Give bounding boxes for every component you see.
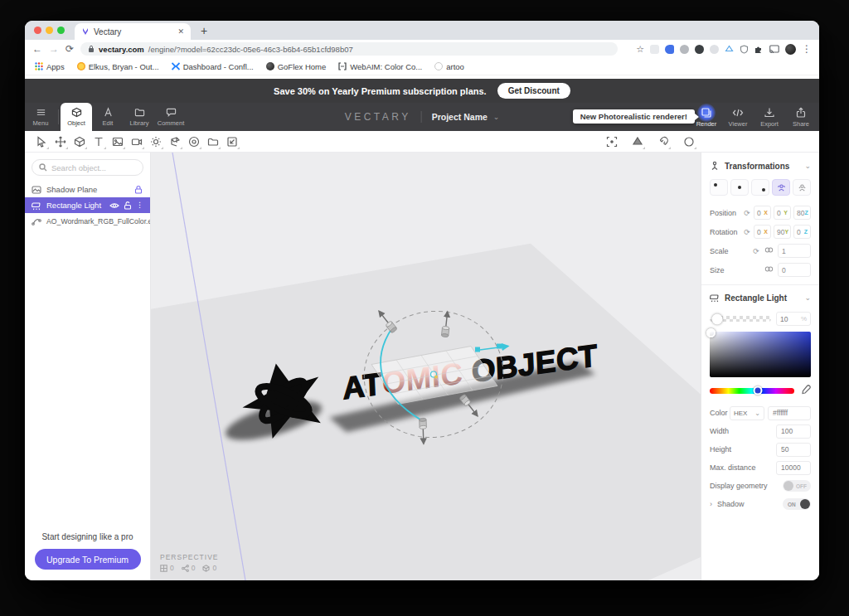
tab-comment[interactable]: Comment bbox=[155, 103, 187, 131]
pivot-top-left[interactable] bbox=[710, 179, 728, 196]
bookmark-artoo[interactable]: artoo bbox=[434, 62, 464, 71]
gizmo-cyan-handle[interactable] bbox=[497, 344, 502, 349]
url-field[interactable]: vectary.com/engine/?model=62cc23dc-05e6-… bbox=[80, 42, 618, 56]
focus-tool[interactable] bbox=[602, 133, 621, 151]
display-geometry-toggle[interactable]: OFF bbox=[783, 480, 811, 492]
position-y-field[interactable]: 0Y bbox=[774, 206, 791, 220]
hue-slider[interactable] bbox=[710, 388, 794, 394]
reload-icon[interactable]: ⟳ bbox=[65, 44, 74, 54]
light-section-header[interactable]: Rectangle Light ⌄ bbox=[710, 290, 811, 305]
gizmo-cyan-handle[interactable] bbox=[475, 347, 480, 352]
forward-icon[interactable]: → bbox=[49, 44, 59, 54]
upgrade-premium-button[interactable]: Upgrade To Premium bbox=[35, 549, 141, 570]
picker-handle[interactable] bbox=[706, 328, 716, 337]
rotation-x-field[interactable]: 0X bbox=[754, 225, 771, 239]
tab-edit[interactable]: Edit bbox=[92, 103, 124, 131]
extension-icon-2[interactable] bbox=[665, 45, 674, 54]
tab-close-icon[interactable]: ✕ bbox=[177, 28, 184, 36]
search-input[interactable] bbox=[51, 163, 136, 172]
expand-chevron-icon[interactable]: › bbox=[710, 500, 712, 508]
camera-tool[interactable] bbox=[127, 133, 146, 151]
reset-rotation-icon[interactable]: ⟳ bbox=[743, 228, 751, 236]
text-tool[interactable] bbox=[89, 133, 108, 151]
object-row-shadow-plane[interactable]: Shadow Plane bbox=[25, 182, 150, 197]
group-tool[interactable] bbox=[165, 133, 184, 151]
primitive-tool[interactable] bbox=[70, 133, 89, 151]
bookmark-goflex[interactable]: GoFlex Home bbox=[266, 62, 327, 71]
unlock-icon[interactable] bbox=[123, 201, 133, 211]
share-button[interactable]: Share bbox=[785, 103, 817, 131]
viewport-3d[interactable]: ATOMIC OBJECT bbox=[151, 153, 701, 580]
extension-icon-7[interactable] bbox=[740, 45, 749, 54]
image-tool[interactable] bbox=[108, 133, 127, 151]
browser-menu-kebab-icon[interactable]: ⋮ bbox=[802, 44, 812, 54]
extension-icon-3[interactable] bbox=[680, 45, 689, 54]
size-field[interactable]: 0 bbox=[778, 263, 811, 277]
get-discount-button[interactable]: Get Discount bbox=[497, 83, 570, 99]
back-icon[interactable]: ← bbox=[32, 44, 42, 54]
scene-canvas[interactable]: ATOMIC OBJECT bbox=[151, 153, 701, 580]
transformations-header[interactable]: Transformations ⌄ bbox=[710, 158, 811, 173]
bookmark-apps[interactable]: Apps bbox=[35, 62, 65, 71]
transform-mode-local[interactable] bbox=[772, 179, 790, 196]
collapse-chevron-icon[interactable]: ⌄ bbox=[804, 162, 811, 170]
eye-icon[interactable] bbox=[109, 201, 119, 211]
new-tab-button[interactable]: + bbox=[201, 25, 207, 36]
extension-icon-8[interactable] bbox=[754, 45, 764, 54]
extension-icon-5[interactable] bbox=[710, 45, 719, 54]
cast-icon[interactable] bbox=[769, 45, 779, 54]
browser-tab[interactable]: Vectary ✕ bbox=[75, 23, 191, 40]
pivot-bottom-right[interactable] bbox=[751, 179, 769, 196]
reset-position-icon[interactable]: ⟳ bbox=[743, 209, 751, 217]
minimize-window-button[interactable] bbox=[46, 27, 53, 34]
shading-tool[interactable] bbox=[628, 133, 647, 151]
reset-scale-icon[interactable]: ⟳ bbox=[752, 247, 760, 255]
tab-library[interactable]: Library bbox=[124, 103, 155, 131]
profile-avatar[interactable] bbox=[785, 44, 796, 55]
tab-object[interactable]: Object bbox=[61, 103, 92, 131]
row-kebab-icon[interactable]: ⋮ bbox=[136, 201, 143, 209]
extension-icon-6[interactable] bbox=[725, 45, 734, 54]
collapse-chevron-icon[interactable]: ⌄ bbox=[804, 293, 811, 302]
color-mode-select[interactable]: HEX ⌄ bbox=[730, 406, 764, 420]
link-size-icon[interactable] bbox=[764, 264, 774, 275]
bookmark-webaim[interactable]: WebAIM: Color Co... bbox=[338, 62, 422, 71]
intensity-field[interactable]: 10 % bbox=[776, 312, 811, 326]
move-tool[interactable] bbox=[51, 133, 70, 151]
zoom-window-button[interactable] bbox=[57, 27, 65, 34]
shadow-toggle[interactable]: ON bbox=[783, 498, 811, 510]
color-hex-input[interactable] bbox=[768, 406, 811, 420]
intensity-slider[interactable] bbox=[710, 316, 771, 322]
bookmark-elkus[interactable]: Elkus, Bryan - Out... bbox=[77, 62, 159, 71]
close-window-button[interactable] bbox=[34, 27, 41, 34]
position-x-field[interactable]: 0X bbox=[754, 206, 771, 220]
extension-icon-1[interactable] bbox=[650, 45, 659, 54]
snap-tool[interactable] bbox=[653, 133, 672, 151]
link-scale-icon[interactable] bbox=[764, 245, 774, 256]
extension-icon-4[interactable] bbox=[695, 45, 704, 54]
rotation-z-field[interactable]: 0Z bbox=[793, 225, 811, 239]
object-row-rectangle-light[interactable]: Rectangle Light ⋮ bbox=[25, 197, 150, 213]
import-tool[interactable] bbox=[222, 133, 241, 151]
bookmark-star-icon[interactable]: ☆ bbox=[636, 45, 644, 54]
position-z-field[interactable]: 80Z bbox=[793, 206, 811, 220]
height-input[interactable] bbox=[776, 443, 811, 457]
lock-icon[interactable] bbox=[133, 185, 143, 195]
slider-knob[interactable] bbox=[711, 313, 722, 324]
max-distance-input[interactable] bbox=[776, 461, 811, 475]
menu-button[interactable]: Menu bbox=[25, 103, 56, 131]
material-tool[interactable] bbox=[184, 133, 203, 151]
folder-tool[interactable] bbox=[203, 133, 222, 151]
bookmark-dashboard[interactable]: Dashboard - Confl... bbox=[172, 62, 254, 71]
pivot-center[interactable] bbox=[730, 179, 749, 196]
rotation-y-field[interactable]: 90Y bbox=[774, 225, 791, 239]
width-input[interactable] bbox=[776, 424, 811, 439]
viewer-button[interactable]: Viewer bbox=[722, 103, 754, 131]
eyedropper-icon[interactable] bbox=[801, 385, 811, 396]
object-row-wordmark[interactable]: AO_Wordmark_RGB_FullColor.eps Copy bbox=[25, 213, 150, 229]
export-button[interactable]: Export bbox=[754, 103, 785, 131]
hue-knob[interactable] bbox=[754, 386, 763, 395]
select-tool[interactable] bbox=[32, 133, 51, 151]
color-saturation-picker[interactable] bbox=[710, 332, 811, 377]
light-tool[interactable] bbox=[146, 133, 165, 151]
